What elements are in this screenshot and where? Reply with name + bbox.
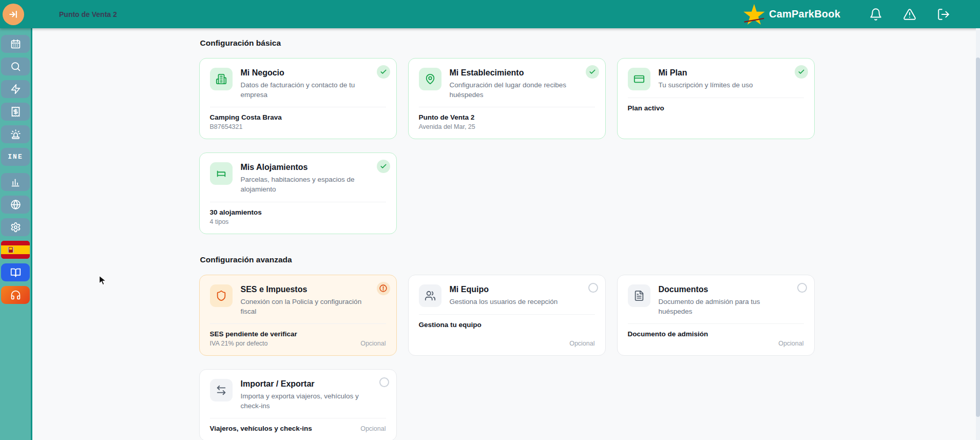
users-icon	[419, 284, 441, 307]
card-title: Mi Negocio	[241, 68, 370, 78]
sidebar-item-receipts[interactable]	[1, 103, 30, 121]
optional-tag: Opcional	[360, 340, 386, 347]
check-badge	[586, 65, 599, 79]
card-footer-primary: Documento de admisión	[628, 330, 804, 338]
bell-icon[interactable]	[869, 8, 882, 21]
card-description: Configuración del lugar donde recibes hu…	[450, 80, 579, 100]
card-title: SES e Impuestos	[241, 285, 370, 294]
card-footer-primary: 30 alojamientos	[210, 208, 386, 216]
workspace-name: Punto de Venta 2	[59, 10, 117, 18]
sidebar-item-alarms[interactable]	[1, 125, 30, 143]
divider	[628, 98, 804, 98]
credit-card-icon	[628, 68, 650, 90]
check-badge	[377, 65, 390, 79]
sidebar-item-web[interactable]	[1, 196, 30, 214]
card-mi-negocio[interactable]: Mi Negocio Datos de facturación y contac…	[199, 58, 397, 139]
card-title: Importar / Exportar	[241, 379, 370, 389]
sidebar-item-language-spanish[interactable]	[1, 241, 30, 259]
sidebar-item-search[interactable]	[1, 58, 30, 75]
check-badge	[795, 65, 808, 79]
card-title: Documentos	[659, 285, 788, 294]
import-export-icon	[210, 379, 233, 401]
card-mi-equipo[interactable]: Mi Equipo Gestiona los usuarios de recep…	[408, 275, 606, 356]
card-ses-impuestos[interactable]: SES e Impuestos Conexión con la Policía …	[199, 275, 397, 356]
card-footer-primary: Viajeros, vehículos y check-ins	[210, 425, 312, 432]
optional-tag: Opcional	[569, 340, 594, 347]
brand-name: CamParkBook	[769, 8, 840, 20]
card-description: Datos de facturación y contacto de tu em…	[241, 80, 370, 100]
pending-badge	[379, 377, 389, 387]
divider	[210, 107, 386, 107]
globe-icon	[10, 199, 21, 210]
scrollbar-thumb[interactable]	[976, 58, 980, 417]
sidebar-item-settings[interactable]	[1, 218, 30, 236]
alert-badge	[377, 282, 390, 295]
divider	[628, 323, 804, 324]
card-description: Conexión con la Policía y configuración …	[241, 297, 370, 316]
basic-config-grid: Mi Negocio Datos de facturación y contac…	[199, 58, 815, 234]
advanced-config-grid: SES e Impuestos Conexión con la Policía …	[199, 275, 815, 440]
search-icon	[10, 61, 21, 72]
card-footer-secondary: IVA 21% por defecto	[210, 340, 268, 347]
calendar-icon	[10, 39, 21, 49]
sidebar-collapse-button[interactable]	[3, 4, 24, 25]
card-title: Mi Establecimiento	[450, 68, 579, 78]
pending-badge	[588, 283, 598, 293]
card-title: Mi Equipo	[450, 285, 558, 294]
card-importar-exportar[interactable]: Importar / Exportar Importa y exporta vi…	[199, 369, 397, 440]
sidebar-item-ine[interactable]: INE	[1, 148, 30, 166]
sidebar-item-stats[interactable]	[1, 173, 30, 191]
left-sidebar: INE	[0, 28, 32, 440]
card-footer-secondary: B87654321	[210, 123, 243, 130]
alert-triangle-icon[interactable]	[903, 8, 916, 21]
star-logo-icon	[742, 3, 766, 26]
receipt-dollar-icon	[10, 106, 21, 117]
card-footer-primary: Gestiona tu equipo	[419, 321, 595, 329]
main-content: Configuración básica Mi Negocio Datos de…	[34, 28, 980, 440]
headphones-icon	[10, 290, 21, 300]
card-description: Tu suscripción y límites de uso	[659, 80, 753, 90]
sidebar-item-guide[interactable]	[1, 263, 30, 281]
card-mis-alojamientos[interactable]: Mis Alojamientos Parcelas, habitaciones …	[199, 152, 397, 234]
sidebar-item-support[interactable]	[1, 286, 30, 304]
lightning-icon	[10, 84, 21, 94]
section-title-basic: Configuración básica	[200, 39, 815, 48]
card-footer-primary: SES pendiente de verificar	[210, 330, 386, 338]
document-icon	[628, 284, 650, 307]
card-description: Parcelas, habitaciones y espacios de alo…	[241, 175, 370, 194]
card-footer-secondary: 4 tipos	[210, 218, 229, 225]
bed-icon	[210, 162, 233, 185]
ine-label: INE	[8, 153, 23, 161]
optional-tag: Opcional	[360, 425, 386, 432]
divider	[210, 323, 386, 324]
card-description: Documento de admisión para tus huéspedes	[659, 297, 788, 316]
book-open-icon	[10, 267, 21, 278]
brand-logo[interactable]: CamParkBook	[742, 3, 840, 26]
card-description: Gestiona los usuarios de recepción	[450, 297, 558, 307]
sidebar-item-calendar[interactable]	[1, 35, 30, 53]
map-pin-icon	[419, 68, 441, 90]
pending-badge	[797, 283, 807, 293]
top-header: Punto de Venta 2 CamParkBook	[0, 0, 980, 28]
logout-icon[interactable]	[937, 8, 950, 21]
card-footer-primary: Punto de Venta 2	[419, 113, 595, 121]
card-footer-primary: Camping Costa Brava	[210, 113, 386, 121]
card-documentos[interactable]: Documentos Documento de admisión para tu…	[617, 275, 815, 356]
header-actions	[869, 8, 950, 21]
sidebar-item-quick-actions[interactable]	[1, 80, 30, 98]
scrollbar-track[interactable]	[976, 28, 980, 440]
gear-icon	[10, 222, 21, 233]
card-title: Mi Plan	[659, 68, 753, 78]
divider	[419, 314, 595, 315]
divider	[210, 202, 386, 202]
card-mi-plan[interactable]: Mi Plan Tu suscripción y límites de uso …	[617, 58, 815, 139]
arrow-right-to-line-icon	[8, 9, 18, 20]
section-title-advanced: Configuración avanzada	[200, 255, 815, 264]
card-mi-establecimiento[interactable]: Mi Establecimiento Configuración del lug…	[408, 58, 606, 139]
card-description: Importa y exporta viajeros, vehículos y …	[241, 391, 370, 411]
bar-chart-icon	[10, 177, 21, 187]
building-icon	[210, 68, 233, 90]
siren-icon	[10, 129, 21, 140]
spain-flag-icon	[1, 241, 30, 259]
divider	[210, 418, 386, 418]
